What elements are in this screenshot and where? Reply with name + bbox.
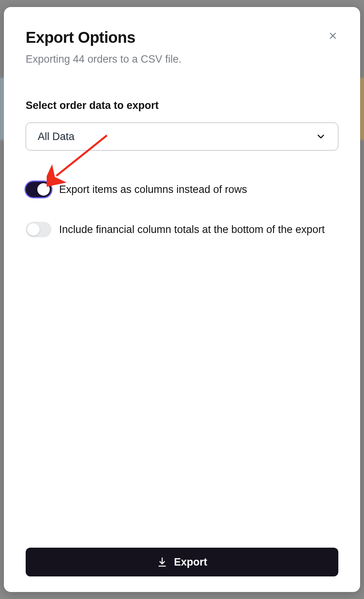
include-financial-totals-toggle[interactable] <box>26 222 51 237</box>
modal-header: Export Options Exporting 44 orders to a … <box>26 29 338 65</box>
chevron-down-icon <box>315 131 326 142</box>
export-button[interactable]: Export <box>26 548 338 576</box>
export-options-modal: Export Options Exporting 44 orders to a … <box>4 7 360 592</box>
modal-subtitle: Exporting 44 orders to a CSV file. <box>26 53 338 65</box>
toggle-row-totals: Include financial column totals at the b… <box>26 222 338 238</box>
download-icon <box>157 557 168 567</box>
close-icon <box>328 31 338 41</box>
toggle-totals-label: Include financial column totals at the b… <box>59 222 325 238</box>
close-button[interactable] <box>324 27 341 44</box>
toggle-columns-label: Export items as columns instead of rows <box>59 182 247 198</box>
modal-title: Export Options <box>26 29 338 46</box>
select-value: All Data <box>38 131 75 143</box>
toggle-row-columns: Export items as columns instead of rows <box>26 182 338 198</box>
export-button-label: Export <box>174 556 207 568</box>
export-items-as-columns-toggle[interactable] <box>26 182 51 197</box>
order-data-select[interactable]: All Data <box>26 123 338 151</box>
toggle-knob <box>27 223 40 236</box>
toggle-knob <box>37 183 50 196</box>
select-data-label: Select order data to export <box>26 100 338 112</box>
